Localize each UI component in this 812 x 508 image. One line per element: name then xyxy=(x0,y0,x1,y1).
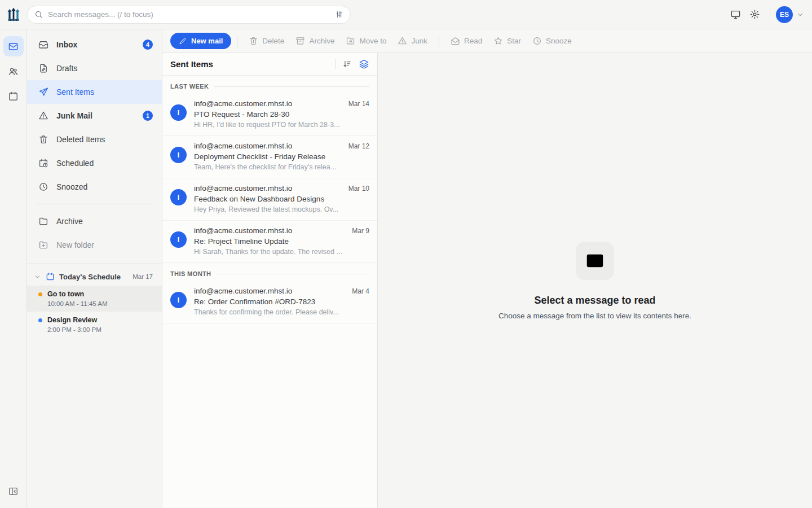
message-preview: Hey Priya, Reviewed the latest mockups. … xyxy=(194,205,369,213)
calendar-icon xyxy=(8,91,19,102)
sidebar-item-snoozed[interactable]: Snoozed xyxy=(27,175,162,199)
schedule-event-go-to-town[interactable]: Go to town10:00 AM - 11:45 AM xyxy=(27,286,162,312)
rail-item-mail[interactable] xyxy=(3,36,24,56)
folder-label: Junk Mail xyxy=(56,111,92,120)
search-input[interactable] xyxy=(48,10,330,19)
sidebar-item-deleted-items[interactable]: Deleted Items xyxy=(27,128,162,151)
mail-toolbar: New mail DeleteArchiveMove toJunkReadSta… xyxy=(162,29,812,53)
filter-sliders-icon[interactable] xyxy=(335,10,343,19)
sidebar-item-archive[interactable]: Archive xyxy=(27,209,162,233)
search-icon xyxy=(34,10,43,19)
sidebar-item-drafts[interactable]: Drafts xyxy=(27,56,162,80)
message-sender: info@acme.customer.mhst.io xyxy=(194,226,346,235)
message-list-item[interactable]: Iinfo@acme.customer.mhst.ioMar 14PTO Req… xyxy=(162,94,377,136)
collapse-sidebar-icon xyxy=(8,486,19,497)
junk-button[interactable]: Junk xyxy=(392,33,433,50)
schedule-event-design-review[interactable]: Design Review2:00 PM - 3:00 PM xyxy=(27,312,162,338)
message-list-item[interactable]: Iinfo@acme.customer.mhst.ioMar 9Re: Proj… xyxy=(162,221,377,263)
search-bar[interactable] xyxy=(27,6,351,24)
list-header-divider xyxy=(335,59,336,69)
trash-icon xyxy=(249,36,258,46)
group-by-button[interactable] xyxy=(359,59,369,69)
archive-button[interactable]: Archive xyxy=(290,33,340,50)
app-logo xyxy=(0,7,27,23)
sort-descending-icon xyxy=(342,59,352,69)
folder-sidebar: Inbox4DraftsSent ItemsJunk Mail1Deleted … xyxy=(27,29,162,508)
message-sender: info@acme.customer.mhst.io xyxy=(194,184,343,192)
empty-state-title: Select a message to read xyxy=(534,295,655,306)
toolbar-divider xyxy=(439,36,439,47)
calendar-icon xyxy=(46,272,55,281)
message-preview: Hi Sarah, Thanks for the update. The rev… xyxy=(194,248,369,256)
chevron-down-icon xyxy=(796,11,804,19)
message-subject: Re: Order Confirmation #ORD-7823 xyxy=(194,297,369,306)
sidebar-item-junk-mail[interactable]: Junk Mail1 xyxy=(27,104,162,128)
message-list-item[interactable]: Iinfo@acme.customer.mhst.ioMar 10Feedbac… xyxy=(162,178,377,221)
sidebar-item-sent-items[interactable]: Sent Items xyxy=(27,80,162,104)
monitor-icon xyxy=(730,9,741,20)
unread-badge: 1 xyxy=(143,111,153,121)
display-settings-button[interactable] xyxy=(726,5,745,24)
gear-icon xyxy=(749,9,760,20)
sender-avatar: I xyxy=(170,147,187,163)
message-list-item[interactable]: Iinfo@acme.customer.mhst.ioMar 4Re: Orde… xyxy=(162,281,377,323)
message-date: Mar 14 xyxy=(348,100,369,108)
layers-icon xyxy=(359,59,369,69)
message-subject: Feedback on New Dashboard Designs xyxy=(194,195,369,203)
collapse-sidebar-button[interactable] xyxy=(3,481,24,501)
message-date: Mar 12 xyxy=(348,142,369,150)
rail-item-calendar[interactable] xyxy=(3,86,24,106)
message-list-header: Sent Items xyxy=(162,53,377,76)
settings-button[interactable] xyxy=(745,5,764,24)
message-subject: PTO Request - March 28-30 xyxy=(194,110,369,119)
read-button[interactable]: Read xyxy=(445,33,488,50)
message-date: Mar 10 xyxy=(348,185,369,192)
panes: Sent Items LAST WEEKIinfo@acme.customer.… xyxy=(162,53,812,508)
sender-avatar: I xyxy=(170,231,187,248)
star-button[interactable]: Star xyxy=(488,33,527,50)
star-icon xyxy=(493,36,503,46)
folder-label: Scheduled xyxy=(56,159,94,168)
account-menu[interactable]: ES xyxy=(776,6,804,23)
archive-icon xyxy=(295,36,305,46)
move-to-button[interactable]: Move to xyxy=(340,33,392,50)
unread-badge: 4 xyxy=(143,40,153,50)
empty-state: Select a message to read Choose a messag… xyxy=(498,242,691,320)
sidebar-item-scheduled[interactable]: Scheduled xyxy=(27,151,162,175)
envelope-icon xyxy=(576,242,614,280)
new-mail-button[interactable]: New mail xyxy=(170,33,231,49)
sort-button[interactable] xyxy=(342,59,352,69)
mail-icon xyxy=(8,41,19,52)
schedule-events: Go to town10:00 AM - 11:45 AMDesign Revi… xyxy=(27,286,162,338)
junk-icon xyxy=(398,36,407,46)
toolbar-button-label: Junk xyxy=(411,37,427,45)
schedule-header[interactable]: Today's Schedule Mar 17 xyxy=(27,268,162,286)
topbar-divider xyxy=(770,8,770,21)
avatar: ES xyxy=(776,6,793,23)
calendar-clock-icon xyxy=(38,158,48,168)
folder-label: Inbox xyxy=(56,40,77,49)
message-preview: Team, Here's the checklist for Friday's … xyxy=(194,163,369,171)
message-sender: info@acme.customer.mhst.io xyxy=(194,142,343,150)
schedule-date: Mar 17 xyxy=(133,273,153,280)
empty-state-subtitle: Choose a message from the list to view i… xyxy=(498,312,691,320)
trash-icon xyxy=(38,134,48,144)
message-preview: Thanks for confirming the order. Please … xyxy=(194,308,369,316)
message-list-item[interactable]: Iinfo@acme.customer.mhst.ioMar 12Deploym… xyxy=(162,136,377,178)
message-sender: info@acme.customer.mhst.io xyxy=(194,99,343,108)
toolbar-button-label: Snooze xyxy=(546,37,572,45)
list-section-header: THIS MONTH xyxy=(162,263,377,281)
clock-icon xyxy=(532,36,542,46)
sidebar-item-new-folder[interactable]: New folder xyxy=(27,233,162,257)
main-area: Inbox4DraftsSent ItemsJunk Mail1Deleted … xyxy=(0,29,812,508)
content-area: New mail DeleteArchiveMove toJunkReadSta… xyxy=(162,29,812,508)
sidebar-item-inbox[interactable]: Inbox4 xyxy=(27,33,162,56)
trident-m-logo xyxy=(6,7,21,23)
folder-label: Sent Items xyxy=(56,87,94,97)
snooze-button[interactable]: Snooze xyxy=(527,33,577,50)
rail-item-people[interactable] xyxy=(3,61,24,81)
folder-label: New folder xyxy=(56,240,94,249)
delete-button[interactable]: Delete xyxy=(243,33,290,50)
pencil-icon xyxy=(179,37,187,45)
toolbar-button-label: Delete xyxy=(262,37,284,45)
